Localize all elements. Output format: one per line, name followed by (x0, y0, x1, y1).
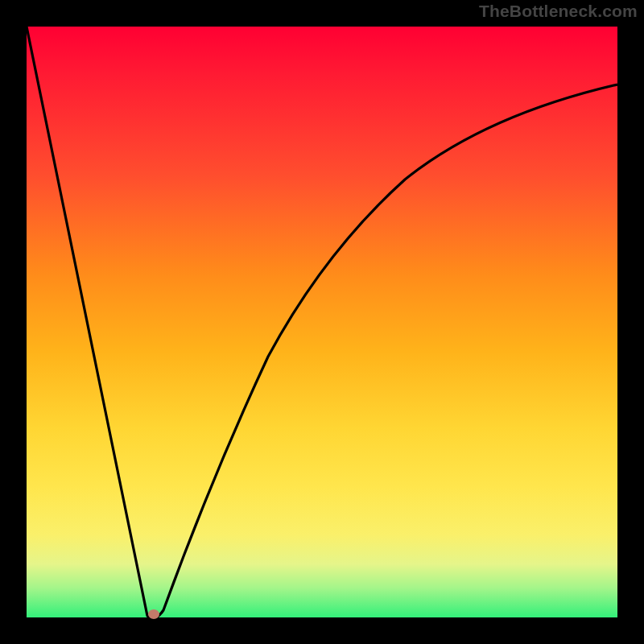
bottleneck-curve (27, 27, 617, 617)
curve-path (27, 27, 617, 617)
attribution-label: TheBottleneck.com (479, 2, 638, 21)
chart-container: TheBottleneck.com (0, 0, 644, 644)
bottleneck-point-marker (148, 609, 159, 619)
plot-area (27, 27, 617, 617)
